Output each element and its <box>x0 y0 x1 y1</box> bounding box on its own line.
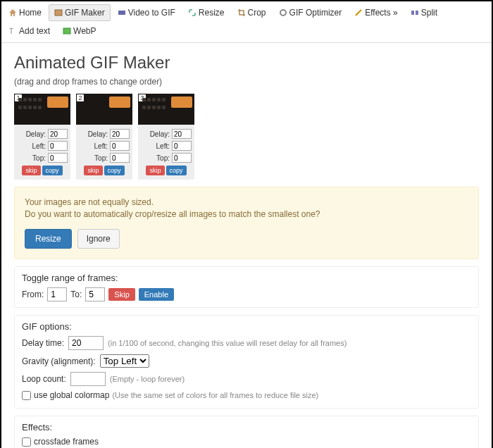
nav-label: GIF Maker <box>65 8 105 18</box>
loop-input[interactable] <box>70 372 106 386</box>
resize-button[interactable]: Resize <box>25 229 72 249</box>
to-label: To: <box>70 290 82 299</box>
wand-icon <box>354 8 363 17</box>
left-label: Left: <box>32 142 46 150</box>
frame-copy-button[interactable]: copy <box>166 166 187 175</box>
to-input[interactable] <box>85 287 105 301</box>
loop-hint: (Empty - loop forever) <box>110 375 185 383</box>
colormap-hint: (Use the same set of colors for all fram… <box>112 391 318 399</box>
colormap-label: use global colormap <box>34 390 109 400</box>
frame-list: 1 Delay: Left: Top: skipcopy 2 Delay: Le… <box>14 94 479 180</box>
frame-number: 2 <box>77 94 84 101</box>
gear-icon <box>279 8 287 17</box>
crossfade-label: crossfade frames <box>34 437 99 447</box>
nav-label: GIF Optimizer <box>289 8 342 18</box>
delay-input[interactable] <box>48 129 68 139</box>
home-icon <box>8 8 17 17</box>
nav-label: Effects » <box>365 8 397 18</box>
nav-label: Resize <box>199 8 225 18</box>
split-icon <box>411 8 419 17</box>
panel-title: Effects: <box>22 422 471 433</box>
frame-thumbnail[interactable]: 2 <box>76 94 132 125</box>
text-icon: T <box>8 27 17 35</box>
frame-skip-button[interactable]: skip <box>84 166 102 175</box>
left-input[interactable] <box>172 141 192 151</box>
panel-title: GIF options: <box>22 321 471 332</box>
nav-label: Split <box>421 8 437 18</box>
nav-optimizer[interactable]: GIF Optimizer <box>273 4 348 21</box>
top-input[interactable] <box>48 153 68 163</box>
top-input[interactable] <box>172 153 192 163</box>
frame-copy-button[interactable]: copy <box>104 166 125 175</box>
range-skip-button[interactable]: Skip <box>108 288 135 301</box>
range-enable-button[interactable]: Enable <box>139 288 174 301</box>
nav-label: Home <box>19 8 42 18</box>
nav-gif-maker[interactable]: GIF Maker <box>49 4 111 21</box>
left-label: Left: <box>94 142 108 150</box>
nav-label: Video to GIF <box>128 8 175 18</box>
frame-thumbnail[interactable]: 1 <box>14 94 70 125</box>
gravity-label: Gravity (alignment): <box>22 356 96 366</box>
svg-rect-4 <box>416 11 418 15</box>
nav-effects[interactable]: Effects » <box>349 4 403 21</box>
toggle-range-panel: Toggle range of frames: From: To: Skip E… <box>14 266 479 308</box>
delay-label: Delay: <box>150 130 170 138</box>
nav-video-to-gif[interactable]: Video to GIF <box>112 4 181 21</box>
top-label: Top: <box>94 154 108 162</box>
main-content: Animated GIF Maker (drag and drop frames… <box>1 43 492 448</box>
effects-panel: Effects: crossfade frames don't stack fr… <box>14 416 479 448</box>
left-input[interactable] <box>48 141 68 151</box>
frame-skip-button[interactable]: skip <box>22 166 40 175</box>
frame-controls: Delay: Left: Top: skipcopy <box>76 125 132 175</box>
delay-input[interactable] <box>110 129 130 139</box>
svg-rect-1 <box>118 11 125 15</box>
delay-label: Delay: <box>88 130 108 138</box>
nav-label: Crop <box>248 8 266 18</box>
left-label: Left: <box>156 142 170 150</box>
alert-text: Do you want to automatically crop/resize… <box>25 209 468 219</box>
resize-alert: Your images are not equally sized. Do yo… <box>14 187 479 259</box>
nav-crop[interactable]: Crop <box>232 4 272 21</box>
video-icon <box>118 8 126 17</box>
crossfade-checkbox[interactable] <box>22 437 31 447</box>
nav-home[interactable]: Home <box>3 4 47 21</box>
delay-hint: (in 1/100 of second, changing this value… <box>108 339 347 347</box>
nav-webp[interactable]: WebP <box>57 23 101 39</box>
frame-card[interactable]: 3 Delay: Left: Top: skipcopy <box>138 94 194 180</box>
frame-copy-button[interactable]: copy <box>42 166 63 175</box>
top-input[interactable] <box>110 153 130 163</box>
nav-split[interactable]: Split <box>405 4 443 21</box>
resize-icon <box>188 8 196 17</box>
nav-label: WebP <box>73 26 96 36</box>
top-label: Top: <box>32 154 46 162</box>
ignore-button[interactable]: Ignore <box>77 229 120 249</box>
nav-add-text[interactable]: TAdd text <box>3 23 56 39</box>
delay-input[interactable] <box>172 129 192 139</box>
crop-icon <box>237 8 246 17</box>
left-input[interactable] <box>110 141 130 151</box>
alert-text: Your images are not equally sized. <box>25 197 468 207</box>
frame-card[interactable]: 1 Delay: Left: Top: skipcopy <box>14 94 70 180</box>
frame-controls: Delay: Left: Top: skipcopy <box>14 125 70 175</box>
from-label: From: <box>22 290 44 299</box>
frame-card[interactable]: 2 Delay: Left: Top: skipcopy <box>76 94 132 180</box>
from-input[interactable] <box>47 287 67 301</box>
delay-time-label: Delay time: <box>22 338 64 348</box>
nav-resize[interactable]: Resize <box>182 4 230 21</box>
gravity-select[interactable]: Top Left <box>100 354 149 368</box>
colormap-checkbox[interactable] <box>22 391 31 400</box>
frame-thumbnail[interactable]: 3 <box>138 94 194 125</box>
page-subtitle: (drag and drop frames to change order) <box>14 77 479 87</box>
loop-label: Loop count: <box>22 374 66 384</box>
svg-point-2 <box>280 10 286 15</box>
image-icon <box>63 27 71 35</box>
panel-title: Toggle range of frames: <box>22 273 471 283</box>
svg-rect-3 <box>411 11 414 15</box>
frame-controls: Delay: Left: Top: skipcopy <box>138 125 194 175</box>
top-label: Top: <box>156 154 170 162</box>
nav-label: Add text <box>19 26 50 36</box>
film-icon <box>54 8 63 17</box>
svg-text:T: T <box>9 27 13 35</box>
frame-skip-button[interactable]: skip <box>146 166 164 175</box>
delay-time-input[interactable] <box>68 336 104 350</box>
